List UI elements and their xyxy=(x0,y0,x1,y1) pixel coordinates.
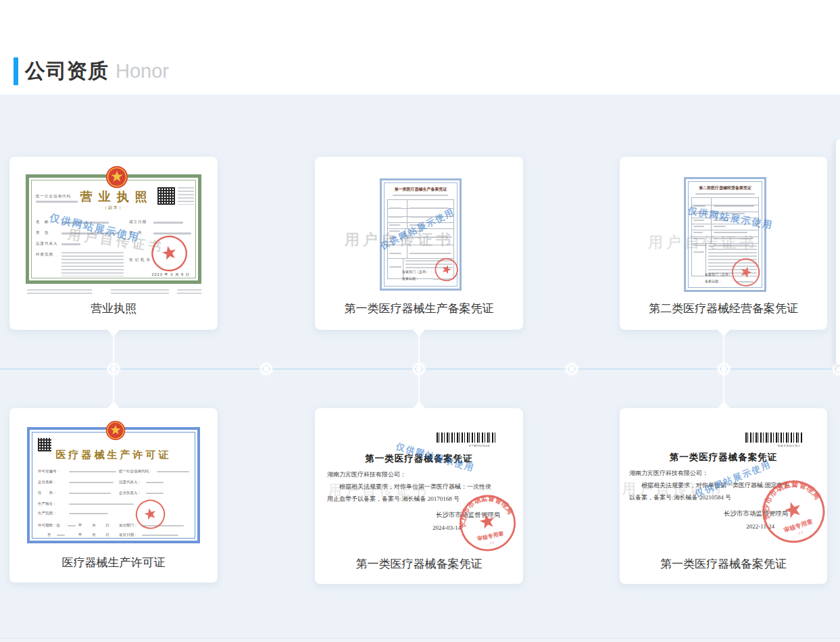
unit-label: 月 xyxy=(92,523,96,528)
connector-arrow-up xyxy=(718,401,730,408)
seal-sub-text: 审核专用章 xyxy=(476,530,504,542)
certificate-card-production-licence[interactable]: 医疗器械生产许可证 许可证编号： 统一社会信用代码： 企业名称： 法定代表人： … xyxy=(9,408,218,583)
term-label: 至 xyxy=(47,533,51,537)
section-title: 公司资质 xyxy=(25,57,109,85)
cert-subtitle: （副本） xyxy=(29,205,198,211)
watermark-user-upload: 用户自传证书 xyxy=(648,232,758,253)
field-label: 经营范围 xyxy=(36,252,53,257)
certificate-caption: 第一类医疗器械备案凭证 xyxy=(315,556,523,572)
redacted-scope-block xyxy=(61,252,124,276)
next-card-peek[interactable] xyxy=(836,139,840,365)
connector-arrow-down xyxy=(413,330,425,337)
timeline-node xyxy=(566,363,578,375)
redacted-text xyxy=(69,493,111,494)
redacted-text xyxy=(695,193,755,195)
section-bottom-edge xyxy=(0,638,840,642)
unit-label: 日 xyxy=(105,523,109,528)
field-label: 企业名称： xyxy=(38,480,57,485)
seal-arc-text: 长沙市市场监督管理局 xyxy=(453,489,516,530)
redacted-text xyxy=(146,493,164,494)
connector-arrow-down xyxy=(107,330,120,337)
issuer-label: 登记机关 xyxy=(129,257,152,262)
field-label: 统一社会信用代码： xyxy=(119,469,153,474)
redacted-footnote xyxy=(177,289,201,295)
field-label: 许可证编号： xyxy=(38,469,60,474)
connector-arrow-up xyxy=(413,401,425,408)
cert-title: 医疗器械生产许可证 xyxy=(30,449,197,462)
redacted-text xyxy=(69,482,114,483)
certificate-card-class1-record-1[interactable]: 07MION48 第一类医疗器械备案凭证 湖南力宾医疗科技有限公司： 根据相关法… xyxy=(315,408,523,584)
doc-company-line: 湖南力宾医疗科技有限公司： xyxy=(327,470,406,479)
issuer-label: 发证部门： xyxy=(119,523,138,528)
redacted-text xyxy=(157,471,189,472)
timeline-node xyxy=(718,363,730,375)
redacted-text xyxy=(69,503,134,505)
certificate-card-business-license[interactable]: 统一社会信用代码 营业执照 （副本） 名 称 类 型 法定代表人 经营范围 成立… xyxy=(9,157,218,330)
field-label: 法定代表人： xyxy=(119,480,141,485)
seal-num: 1-3 xyxy=(489,541,495,545)
field-label: 成立日期 xyxy=(129,220,147,224)
redacted-text xyxy=(69,513,108,514)
doc-company-line: 湖南力宾医疗科技有限公司： xyxy=(629,469,708,478)
header-accent-bar xyxy=(14,57,18,85)
red-seal xyxy=(147,231,192,278)
unit-label: 年 xyxy=(78,533,82,537)
qr-code xyxy=(157,187,175,205)
redacted-text xyxy=(153,222,183,224)
field-label: 法定代表人 xyxy=(36,241,58,246)
timeline-node xyxy=(413,363,425,375)
red-seal xyxy=(132,495,170,536)
field-label: 住 所： xyxy=(38,491,57,495)
certificate-card-class1-record-2[interactable]: RBSXOCR1 第一类医疗器械备案凭证 湖南力宾医疗科技有限公司： 根据相关法… xyxy=(620,408,827,584)
redacted-text xyxy=(393,195,448,196)
field-label: 名 称 xyxy=(36,220,49,224)
licence-cert-image: 医疗器械生产许可证 许可证编号： 统一社会信用代码： 企业名称： 法定代表人： … xyxy=(27,427,200,543)
cert-title: 第二类医疗器械经营备案凭证 xyxy=(689,185,762,191)
svg-text:长沙市市场监督管理局: 长沙市市场监督管理局 xyxy=(453,489,516,530)
barcode-label: 07MION48 xyxy=(469,444,490,447)
field-label: 类 型 xyxy=(36,230,49,235)
field-label: 生产范围： xyxy=(38,511,57,516)
unit-label: 年 xyxy=(78,523,82,528)
redacted-note-block xyxy=(178,187,194,205)
certificate-caption: 第二类医疗器械经营备案凭证 xyxy=(620,301,827,316)
issue-date-label: 发证日期： xyxy=(119,533,138,537)
national-emblem-icon xyxy=(105,420,126,443)
field-label: 生产地址： xyxy=(38,501,57,506)
term-label: 许可期限：自 xyxy=(38,523,60,528)
barcode xyxy=(437,433,497,443)
certificate-card-class1-production[interactable]: 第一类医疗器械生产备案凭证 备案部门（盖章）： 备案日期： xyxy=(315,157,523,330)
certificate-caption: 医疗器械生产许可证 xyxy=(9,555,218,570)
record-date-label: 备案日期： xyxy=(705,279,722,283)
red-seal-official: 长沙市市场监督管理局 审核专用章 1-3 xyxy=(452,488,523,561)
field-label: 企业负责人： xyxy=(119,491,141,495)
seal-arc-text: 长沙市市场监督管理局 xyxy=(753,471,824,522)
doc-date: 2024-03-14 xyxy=(433,524,461,531)
record-date-label: 备案日期： xyxy=(402,276,419,280)
barcode xyxy=(745,433,804,443)
unit-label: 月 xyxy=(92,533,96,537)
connector-arrow-up xyxy=(107,401,120,408)
record-dept-label: 备案部门（盖章）： xyxy=(402,270,433,274)
redacted-text xyxy=(146,482,164,483)
section-subtitle-en: Honor xyxy=(116,60,169,82)
watermark-user-upload: 用户自传证书 xyxy=(328,481,430,499)
certificate-card-class2-operation[interactable]: 第二类医疗器械经营备案凭证 备案部门（盖章）： 备案日期： xyxy=(620,157,827,330)
barcode-label: RBSXOCR1 xyxy=(778,444,801,447)
redacted-footnote xyxy=(27,289,92,295)
section-header: 公司资质 Honor xyxy=(14,57,169,85)
timeline-node xyxy=(107,363,120,375)
redacted-text xyxy=(69,471,116,472)
cert-title: 第一类医疗器械生产备案凭证 xyxy=(385,187,457,192)
certificates-panel: 统一社会信用代码 营业执照 （副本） 名 称 类 型 法定代表人 经营范围 成立… xyxy=(0,95,840,642)
svg-text:长沙市市场监督管理局: 长沙市市场监督管理局 xyxy=(753,471,824,522)
doc-title: 第一类医疗器械备案凭证 xyxy=(620,451,827,464)
certificate-caption: 营业执照 xyxy=(9,301,218,316)
timeline-node xyxy=(260,363,272,375)
connector-arrow-down xyxy=(718,330,730,337)
unit-label: 日 xyxy=(105,533,109,537)
redacted-footnote xyxy=(111,289,169,295)
page: 公司资质 Honor 统一社会信用代码 xyxy=(0,0,840,642)
certificate-caption: 第一类医疗器械备案凭证 xyxy=(620,556,827,572)
seal-num: 1-3 xyxy=(797,530,804,535)
